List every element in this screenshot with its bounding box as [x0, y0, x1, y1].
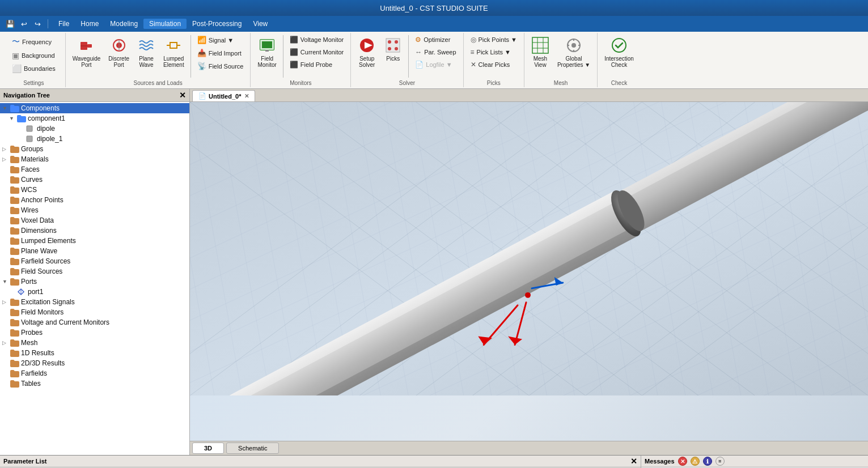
nav-tree-close[interactable]: ✕ [179, 91, 186, 100]
btn-frequency[interactable]: 〜 Frequency [9, 35, 55, 49]
btn-boundaries[interactable]: ⬜ Boundaries [9, 62, 59, 75]
btn-waveguide-port[interactable]: WaveguidePort [69, 34, 104, 70]
bottom-tab-3d[interactable]: 3D [192, 443, 224, 454]
tree-item-farfield-sources-label: Farfield Sources [21, 257, 70, 265]
msg-warning-btn[interactable]: ⚠ [691, 457, 700, 466]
expand-icon-ports: ▼ [2, 279, 9, 284]
tree-item-mesh[interactable]: ▷ Mesh [0, 338, 189, 348]
tree-item-anchor-points[interactable]: ▷ Anchor Points [0, 195, 189, 205]
qa-btn-redo[interactable]: ↪ [32, 18, 43, 29]
tree-item-probes[interactable]: ▷ Probes [0, 327, 189, 338]
tree-item-1d-results-label: 1D Results [21, 349, 54, 357]
btn-signal[interactable]: 📶 Signal ▼ [194, 34, 247, 46]
tree-item-dimensions[interactable]: ▷ Dimensions [0, 226, 189, 236]
tree-item-excitation-signals[interactable]: ▷ Excitation Signals [0, 297, 189, 307]
tree-item-ports[interactable]: ▼ Ports [0, 276, 189, 287]
btn-plane-wave[interactable]: PlaneWave [134, 34, 159, 70]
btn-setup-solver[interactable]: T SetupSolver [354, 34, 379, 70]
btn-intersection-check[interactable]: IntersectionCheck [601, 34, 637, 70]
tree-item-wires[interactable]: ▷ Wires [0, 205, 189, 215]
tree-item-materials[interactable]: ▷ Materials [0, 154, 189, 164]
btn-discrete-port[interactable]: DiscretePort [105, 34, 133, 70]
qa-btn-save[interactable]: 💾 [5, 18, 16, 29]
menu-home[interactable]: Home [75, 19, 104, 29]
check-group-label: Check [611, 79, 627, 86]
qa-btn-undo[interactable]: ↩ [18, 18, 29, 29]
tree-item-voxel-data[interactable]: ▷ Voxel Data [0, 215, 189, 226]
tree-item-field-monitors[interactable]: ▷ Field Monitors [0, 307, 189, 317]
tree-item-field-sources[interactable]: ▷ Field Sources [0, 266, 189, 276]
tree-item-plane-wave[interactable]: ▷ Plane Wave [0, 246, 189, 256]
menu-view[interactable]: View [247, 19, 273, 29]
tree-item-1d-results[interactable]: ▷ 1D Results [0, 348, 189, 358]
tab-close-btn[interactable]: ✕ [244, 93, 249, 99]
menu-file[interactable]: File [53, 19, 75, 29]
tree-item-groups[interactable]: ▷ Groups [0, 144, 189, 154]
btn-global-properties[interactable]: GlobalProperties ▼ [554, 34, 594, 70]
svg-rect-11 [262, 41, 272, 48]
ribbon-group-check: IntersectionCheck Check [598, 33, 641, 87]
waveguide-port-label: WaveguidePort [73, 56, 101, 68]
nav-tree-title: Navigation Tree [3, 92, 50, 99]
tree-item-wcs[interactable]: ▷ WCS [0, 185, 189, 195]
tree-item-voltage-current-monitors[interactable]: ▷ Voltage and Current Monitors [0, 317, 189, 327]
mesh-group-label: Mesh [554, 79, 568, 86]
sources-buttons-row: WaveguidePort DiscretePort PlaneWave [69, 34, 247, 79]
btn-optimizer[interactable]: ⚙ Optimizer [412, 34, 459, 45]
tree-item-anchor-points-label: Anchor Points [21, 196, 63, 204]
tree-item-tables[interactable]: ▷ Tables [0, 378, 189, 389]
tree-item-2d3d-results[interactable]: ▷ 2D/3D Results [0, 358, 189, 368]
btn-field-probe[interactable]: ⬛ Field Probe [286, 59, 347, 70]
msg-list-btn[interactable]: ≡ [715, 457, 725, 466]
tree-item-components[interactable]: ▼ Components [0, 103, 189, 113]
tree-item-dipole[interactable]: ▷ dipole [0, 124, 189, 134]
viewport-tab-untitled[interactable]: 📄 Untitled_0* ✕ [192, 90, 255, 101]
tree-item-dipole1[interactable]: ▷ dipole_1 [0, 134, 189, 144]
tree-item-faces[interactable]: ▷ Faces [0, 164, 189, 175]
ribbon-group-sources: WaveguidePort DiscretePort PlaneWave [66, 33, 251, 87]
btn-current-monitor[interactable]: ⬛ Current Monitor [286, 46, 347, 58]
btn-field-import[interactable]: 📥 Field Import [194, 47, 247, 59]
btn-field-monitor[interactable]: FieldMonitor [254, 34, 280, 70]
navigation-tree: Navigation Tree ✕ ▼ Components ▼ compone… [0, 89, 190, 455]
menu-simulation[interactable]: Simulation [143, 19, 187, 29]
btn-mesh-view[interactable]: MeshView [528, 34, 553, 70]
menu-postprocessing[interactable]: Post-Processing [187, 19, 247, 29]
solver-buttons-row: T SetupSolver Picks ⚙ Optimizer [354, 34, 459, 79]
nav-tree-content[interactable]: ▼ Components ▼ component1 ▷ dipole [0, 102, 189, 455]
mesh-buttons-row: MeshView GlobalProperties ▼ [528, 34, 594, 79]
folder-icon-dimensions [10, 227, 19, 235]
btn-pick-lists[interactable]: ≡ Pick Lists ▼ [467, 46, 520, 58]
btn-clear-picks[interactable]: ✕ Clear Picks [467, 59, 520, 70]
msg-info-btn[interactable]: ℹ [703, 457, 712, 466]
tree-item-port1[interactable]: ▷ port1 ←━━━━━━━━━ [0, 287, 189, 297]
btn-voltage-monitor[interactable]: ⬛ Voltage Monitor [286, 34, 347, 45]
folder-icon-tables [10, 380, 19, 388]
bottom-tab-schematic[interactable]: Schematic [226, 443, 279, 454]
folder-icon-vcm [10, 318, 19, 326]
btn-logfile[interactable]: 📄 Logfile ▼ [412, 59, 459, 70]
field-import-label: Field Import [209, 50, 242, 57]
tree-item-farfields[interactable]: ▷ Farfields [0, 368, 189, 378]
folder-icon-wires [10, 206, 19, 214]
folder-icon-field-monitors [10, 308, 19, 316]
svg-point-18 [395, 40, 398, 44]
menu-modeling[interactable]: Modeling [104, 19, 143, 29]
btn-picks[interactable]: Picks [380, 34, 405, 68]
sources-group-label: Sources and Loads [133, 79, 182, 86]
tree-item-farfield-sources[interactable]: ▷ Farfield Sources [0, 256, 189, 266]
btn-par-sweep[interactable]: ↔ Par. Sweep [412, 46, 459, 58]
btn-pick-points[interactable]: ◎ Pick Points ▼ [467, 34, 520, 45]
viewport-3d-canvas[interactable] [190, 102, 868, 441]
port-icon-port1 [17, 288, 26, 296]
btn-lumped-element[interactable]: LumpedElement [160, 34, 188, 70]
tree-item-component1[interactable]: ▼ component1 [0, 113, 189, 124]
tree-item-lumped-elements[interactable]: ▷ Lumped Elements [0, 236, 189, 246]
pick-lists-label: Pick Lists ▼ [477, 49, 511, 56]
msg-error-btn[interactable]: ✕ [678, 457, 687, 466]
param-list-close[interactable]: ✕ [630, 457, 637, 466]
btn-background[interactable]: ▣ Background [9, 49, 58, 62]
shape-icon-dipole [26, 125, 35, 133]
tree-item-curves[interactable]: ▷ Curves [0, 175, 189, 185]
btn-field-source[interactable]: 📡 Field Source [194, 60, 247, 72]
